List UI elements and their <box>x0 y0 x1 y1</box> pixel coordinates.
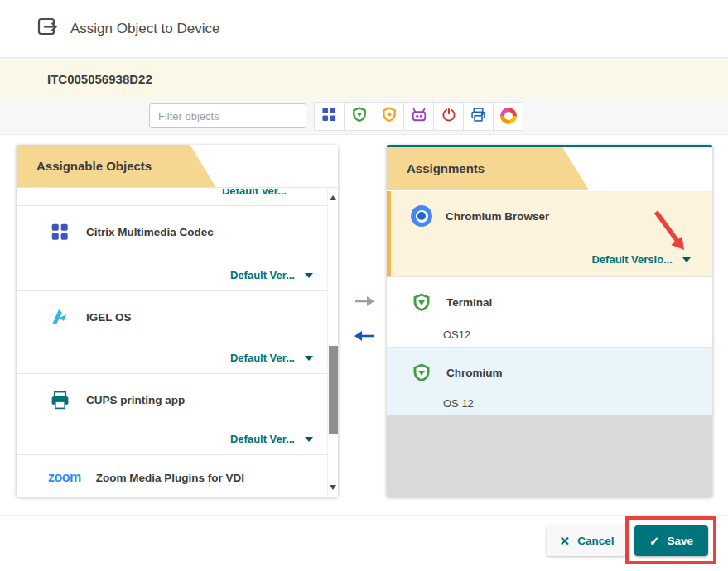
assignable-objects-list: Default Ver... Citrix Multimedia Codec <box>17 189 338 497</box>
assignment-os-version: OS 12 <box>443 397 474 410</box>
assignments-panel: Assignments Chromium Browser Default Ver… <box>387 145 712 497</box>
filter-printer-button[interactable] <box>463 102 494 131</box>
version-dropdown[interactable]: Default Ver... <box>222 189 287 197</box>
blue-printer-icon <box>470 106 487 127</box>
vertical-scrollbar[interactable] <box>327 189 338 497</box>
assignment-label: Terminal <box>446 296 492 309</box>
filter-toolbar <box>0 98 728 135</box>
assignment-item-terminal[interactable]: Terminal OS12 <box>387 277 712 348</box>
object-label: CUPS printing app <box>86 394 185 406</box>
list-item-igel-os[interactable]: IGEL OS Default Ver... <box>17 291 338 374</box>
assignments-header: Assignments <box>387 147 712 190</box>
assignment-label: Chromium <box>446 367 503 379</box>
assignable-objects-header: Assignable Objects <box>17 145 338 188</box>
dialog-header: Assign Object to Device <box>0 0 728 59</box>
assignment-os-version: OS12 <box>443 329 470 341</box>
version-dropdown[interactable]: Default Ver... <box>230 269 313 281</box>
green-shield-icon <box>351 105 368 127</box>
list-item-cups-printing-app[interactable]: CUPS printing app Default Ver... <box>17 374 338 455</box>
zoom-logo: zoom <box>48 470 81 485</box>
filter-themes-button[interactable] <box>493 102 523 131</box>
color-wheel-icon <box>500 108 517 124</box>
dialog-title: Assign Object to Device <box>70 21 219 37</box>
green-shield-icon <box>410 361 433 384</box>
igel-os-icon <box>48 305 71 329</box>
version-dropdown[interactable]: Default Ver... <box>230 433 313 445</box>
citrix-grid-icon <box>48 220 71 243</box>
chevron-down-icon <box>305 356 313 361</box>
green-shield-icon <box>410 290 433 314</box>
orange-shield-icon <box>381 105 398 127</box>
filter-power-settings-button[interactable] <box>433 102 464 131</box>
filter-custom-apps-button[interactable] <box>403 102 434 131</box>
save-button[interactable]: ✓ Save <box>634 525 708 556</box>
close-icon: ✕ <box>560 534 571 549</box>
assignable-objects-panel: Assignable Objects Default Ver... <box>17 145 338 497</box>
cups-printer-icon <box>48 388 71 411</box>
red-power-icon <box>441 106 457 126</box>
object-label: IGEL OS <box>86 311 132 324</box>
filter-beta-apps-button[interactable] <box>374 102 404 131</box>
scroll-up-icon[interactable] <box>330 195 336 200</box>
purple-robot-icon <box>410 106 428 126</box>
chevron-down-icon <box>305 437 313 442</box>
chromium-browser-icon <box>411 205 432 227</box>
assignments-title: Assignments <box>387 147 712 190</box>
assignment-item-chromium-browser[interactable]: Chromium Browser Default Versio... <box>387 191 712 277</box>
list-item-zoom-media-plugins[interactable]: zoom Zoom Media Plugins for VDI <box>17 455 338 497</box>
chevron-down-icon <box>305 273 313 278</box>
assign-object-dialog: Assign Object to Device ITC005056938D22 <box>0 0 728 571</box>
scroll-down-icon[interactable] <box>330 485 336 490</box>
version-dropdown[interactable]: Default Versio... <box>591 253 691 266</box>
check-icon: ✓ <box>649 534 660 549</box>
list-item-citrix-multimedia-codec[interactable]: Citrix Multimedia Codec Default Ver... <box>17 206 338 291</box>
filter-apps-grid-button[interactable] <box>314 102 345 131</box>
cancel-button[interactable]: ✕ Cancel <box>547 525 627 556</box>
assignment-item-chromium[interactable]: Chromium OS 12 <box>387 348 712 415</box>
assignments-empty-area <box>387 415 712 497</box>
device-name: ITC005056938D22 <box>47 72 152 86</box>
device-name-bar: ITC005056938D22 <box>0 60 728 98</box>
apps-grid-icon <box>321 107 337 126</box>
object-type-filter-group <box>315 102 523 131</box>
filter-objects-input[interactable] <box>149 103 306 128</box>
assign-right-arrow-button[interactable] <box>353 295 376 311</box>
list-item-clipped[interactable]: Default Ver... <box>17 189 338 206</box>
chevron-down-icon <box>682 257 691 262</box>
filter-validated-apps-button[interactable] <box>344 102 374 131</box>
version-dropdown[interactable]: Default Ver... <box>230 352 313 364</box>
footer-divider <box>0 515 728 516</box>
assign-object-icon <box>36 16 59 41</box>
assignable-objects-title: Assignable Objects <box>17 145 338 187</box>
assignments-list: Chromium Browser Default Versio... <box>387 191 712 497</box>
assignment-label: Chromium Browser <box>446 210 549 223</box>
unassign-left-arrow-button[interactable] <box>353 329 376 346</box>
scrollbar-thumb[interactable] <box>329 346 338 434</box>
object-label: Citrix Multimedia Codec <box>86 226 214 238</box>
object-label: Zoom Media Plugins for VDI <box>96 472 244 484</box>
